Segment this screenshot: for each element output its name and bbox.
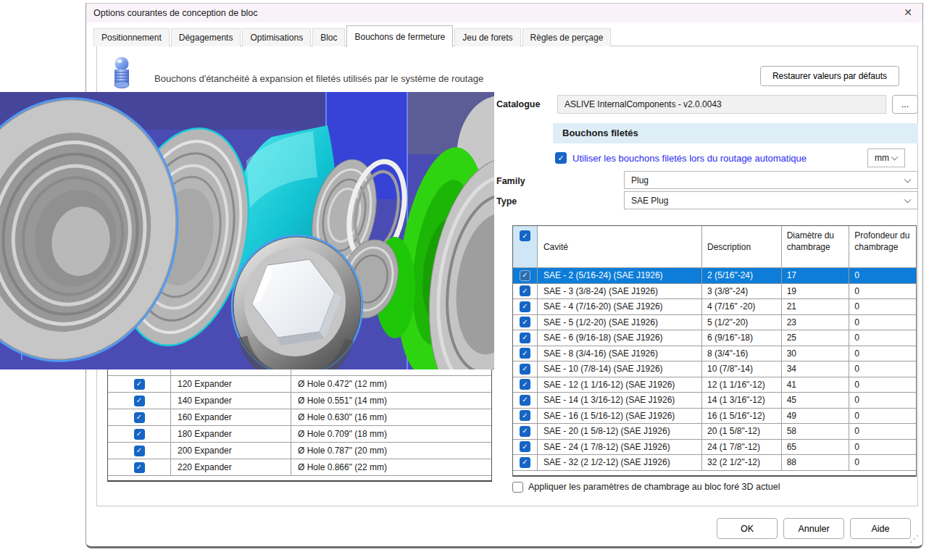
select-all-checkbox[interactable]: ✓ [520,230,530,241]
chevron-down-icon [904,196,912,203]
table-row[interactable]: ✓ SAE - 20 (1 5/8-12) (SAE J1926) 20 (1 … [513,424,916,440]
tab-jeu-de-forets[interactable]: Jeu de forets [454,28,520,46]
unit-dropdown[interactable]: mm [867,149,905,167]
expander-description-cell: Ø Hole 0.709" (18 mm) [291,426,491,442]
row-checkbox[interactable]: ✓ [520,301,530,312]
type-value: SAE Plug [631,196,668,206]
expander-name-cell: 120 Expander [171,376,291,392]
row-checkbox[interactable]: ✓ [134,446,145,456]
table-row[interactable]: ✓ 140 Expander Ø Hole 0.551" (14 mm) [108,393,491,409]
depth-cell: 0 [849,362,916,377]
ok-button[interactable]: OK [717,518,778,539]
tab-bouchons-de-fermeture[interactable]: Bouchons de fermeture [346,25,453,47]
tab-positionnement[interactable]: Positionnement [93,28,170,46]
column-header-cavity: Cavité [538,226,702,267]
row-checkbox[interactable]: ✓ [520,457,530,468]
type-label: Type [496,196,517,206]
restore-defaults-button[interactable]: Restaurer valeurs par défauts [760,66,899,86]
row-checkbox[interactable]: ✓ [520,410,530,421]
tab-bloc[interactable]: Bloc [312,28,345,46]
tab-degagements[interactable]: Dégagements [171,28,241,46]
cavity-cell: SAE - 16 (1 5/16-12) (SAE J1926) [538,409,702,424]
row-select-cell: ✓ [513,377,538,393]
dialog-titlebar[interactable]: Options courantes de conception de bloc … [86,4,922,22]
description-cell: 12 (1 1/16"-12) [702,377,782,393]
cavity-cell: SAE - 12 (1 1/16-12) (SAE J1926) [538,377,702,393]
cavity-cell: SAE - 2 (5/16-24) (SAE J1926) [538,268,702,283]
row-checkbox[interactable]: ✓ [520,285,530,296]
table-row[interactable]: ✓ 220 Expander Ø Hole 0.866" (22 mm) [108,459,491,476]
apply-chamber-checkbox[interactable] [512,482,523,493]
cavity-cell: SAE - 32 (2 1/2-12) (SAE J1926) [538,455,702,470]
threaded-plugs-section-header: Bouchons filetés [553,123,918,143]
table-row[interactable]: ✓ SAE - 32 (2 1/2-12) (SAE J1926) 32 (2 … [513,455,916,471]
cavity-cell: SAE - 6 (9/16-18) (SAE J1926) [538,330,702,346]
table-row[interactable]: ✓ SAE - 14 (1 3/16-12) (SAE J1926) 14 (1… [513,393,916,409]
resize-grip-icon[interactable]: ⋰ [909,533,919,544]
table-row[interactable]: ✓ 120 Expander Ø Hole 0.472" (12 mm) [108,376,491,393]
row-select-cell: ✓ [513,346,538,362]
row-select-cell: ✓ [108,443,171,459]
row-checkbox[interactable]: ✓ [520,441,530,452]
row-select-cell: ✓ [108,376,171,392]
diameter-cell: 17 [782,268,850,283]
table-row[interactable]: ✓ SAE - 16 (1 5/16-12) (SAE J1926) 16 (1… [513,409,916,425]
table-row[interactable]: ✓ SAE - 24 (1 7/8-12) (SAE J1926) 24 (1 … [513,440,916,456]
depth-cell: 0 [849,299,916,314]
cancel-button[interactable]: Annuler [783,518,844,539]
table-row[interactable]: ✓ 160 Expander Ø Hole 0.630" (16 mm) [108,409,491,426]
row-checkbox[interactable]: ✓ [134,396,145,406]
row-checkbox[interactable]: ✓ [520,317,530,327]
expander-name-cell: 140 Expander [171,393,291,409]
row-select-cell: ✓ [108,459,171,475]
row-checkbox[interactable]: ✓ [134,412,145,423]
table-row[interactable]: ✓ SAE - 4 (7/16-20) (SAE J1926) 4 (7/16"… [513,299,916,315]
expander-table-body: ✓ ✓ 120 Expander Ø Hole 0.472" (12 mm) ✓ [108,359,491,476]
diameter-cell: 21 [782,299,850,314]
diameter-cell: 49 [782,409,850,424]
table-row[interactable]: ✓ SAE - 8 (3/4-16) (SAE J1926) 8 (3/4"-1… [513,346,916,362]
row-checkbox[interactable]: ✓ [520,333,530,343]
row-checkbox[interactable]: ✓ [134,429,145,440]
use-threaded-plugs-checkbox[interactable]: ✓ [555,152,567,164]
browse-button[interactable]: ... [892,95,918,114]
row-checkbox[interactable]: ✓ [134,462,145,473]
cavity-cell: SAE - 3 (3/8-24) (SAE J1926) [538,284,702,299]
depth-cell: 0 [849,409,916,424]
family-dropdown[interactable]: Plug [624,171,918,189]
table-row[interactable]: ✓ SAE - 12 (1 1/16-12) (SAE J1926) 12 (1… [513,377,916,393]
row-select-cell: ✓ [513,330,538,346]
type-dropdown[interactable]: SAE Plug [624,191,918,209]
close-icon[interactable]: ✕ [904,7,912,18]
table-row[interactable]: ✓ SAE - 2 (5/16-24) (SAE J1926) 2 (5/16"… [513,268,916,284]
chevron-down-icon [891,154,899,161]
help-button[interactable]: Aide [850,518,911,539]
description-cell: 14 (1 3/16"-12) [702,393,782,408]
tab-regles-de-percage[interactable]: Règles de perçage [522,28,612,46]
table-row[interactable]: ✓ 200 Expander Ø Hole 0.787" (20 mm) [108,443,491,459]
table-row[interactable]: ✓ 180 Expander Ø Hole 0.709" (18 mm) [108,426,491,443]
row-checkbox[interactable]: ✓ [520,364,530,375]
table-row[interactable]: ✓ SAE - 3 (3/8-24) (SAE J1926) 3 (3/8"-2… [513,284,916,300]
row-select-cell: ✓ [108,409,171,425]
depth-cell: 0 [849,440,916,455]
tab-optimisations[interactable]: Optimisations [242,28,311,46]
row-checkbox[interactable]: ✓ [134,379,145,390]
diameter-cell: 45 [782,393,850,408]
expander-description-cell: Ø Hole 0.787" (20 mm) [291,443,491,459]
row-checkbox[interactable]: ✓ [520,426,530,437]
row-checkbox[interactable]: ✓ [520,395,530,406]
description-cell: 16 (1 5/16"-12) [702,409,782,424]
cavity-cell: SAE - 10 (7/8-14) (SAE J1926) [538,362,702,377]
table-row[interactable]: ✓ SAE - 6 (9/16-18) (SAE J1926) 6 (9/16"… [513,330,916,346]
row-checkbox[interactable]: ✓ [520,379,530,390]
plug-3d-preview[interactable] [0,92,494,369]
table-row[interactable]: ✓ SAE - 10 (7/8-14) (SAE J1926) 10 (7/8"… [513,362,916,377]
row-checkbox[interactable]: ✓ [520,348,530,359]
depth-cell: 0 [849,346,916,362]
row-checkbox[interactable]: ✓ [520,270,530,281]
catalogue-field[interactable]: ASLIVE InternalComponents - v2.0.0043 [557,95,886,114]
depth-cell: 0 [849,393,916,408]
table-row[interactable]: ✓ SAE - 5 (1/2-20) (SAE J1926) 5 (1/2"-2… [513,315,916,331]
row-select-cell: ✓ [513,455,538,470]
